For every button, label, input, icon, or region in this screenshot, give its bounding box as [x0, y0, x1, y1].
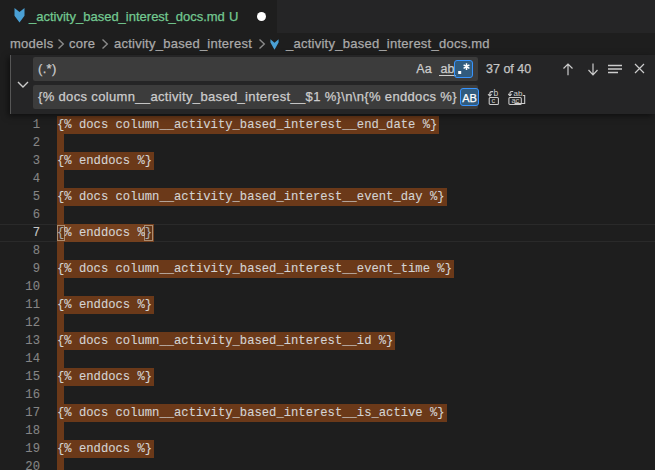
svg-text:ac: ac [511, 96, 519, 105]
svg-text:c: c [492, 96, 496, 105]
